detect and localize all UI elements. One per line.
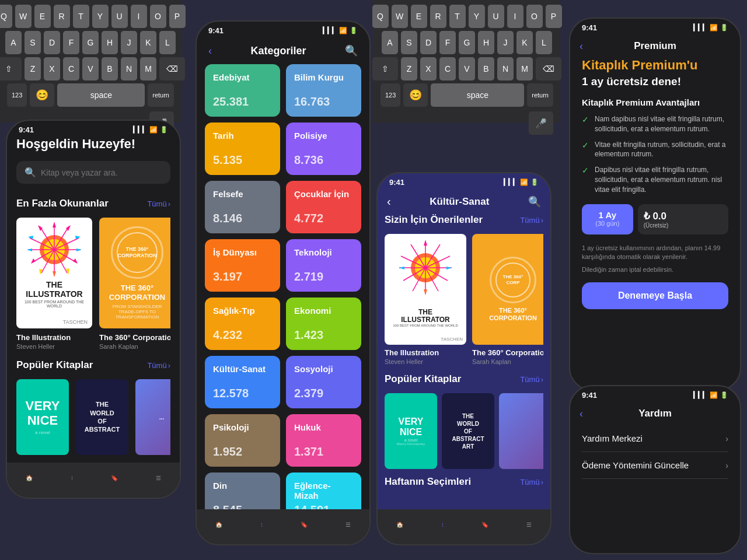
pop-book3-1[interactable]: VERYNICE a novel Marcy Dermansky (385, 393, 437, 469)
cat-card-11[interactable]: Sosyoloji 2.379 (286, 356, 361, 408)
key-x[interactable]: X (44, 57, 60, 80)
key-t[interactable]: T (73, 5, 89, 28)
nav3-explore[interactable]: ⫶ (441, 522, 444, 528)
key-h[interactable]: H (102, 31, 118, 54)
back-btn-5[interactable]: ‹ (580, 408, 583, 420)
key-z[interactable]: Z (25, 57, 41, 80)
rec-book-corp[interactable]: THE 360°CORP THE 360°CORPORATION The 360… (472, 234, 543, 365)
cat-card-6[interactable]: İş Dünyası 3.197 (205, 239, 280, 292)
key-g[interactable]: G (82, 31, 99, 54)
cat-card-2[interactable]: Tarih 5.135 (205, 123, 280, 175)
pop-book-abstract[interactable]: THEWORLDOFABSTRACT (76, 379, 128, 455)
back-btn-2[interactable]: ‹ (208, 45, 212, 57)
key2-return[interactable]: return (527, 83, 553, 107)
key-emoji[interactable]: 😊 (30, 83, 54, 107)
nav-library[interactable]: 🔖 (111, 475, 118, 481)
book-card-illustrator[interactable]: THEILLUSTRATOR 100 BEST FROM AROUND THE … (16, 218, 92, 350)
key2-t[interactable]: T (449, 5, 466, 28)
key2-e[interactable]: E (411, 5, 427, 28)
pop-book-third[interactable]: ... (135, 379, 170, 455)
key-y[interactable]: Y (92, 5, 109, 28)
key-delete[interactable]: ⌫ (159, 57, 185, 80)
search-btn-3[interactable]: 🔍 (528, 195, 541, 208)
nav-explore[interactable]: ⫶ (71, 475, 74, 481)
cat-card-3[interactable]: Polisiye 8.736 (286, 123, 361, 175)
key-r[interactable]: R (54, 5, 70, 28)
popular-see-all[interactable]: Tümü › (147, 361, 170, 370)
key-a[interactable]: A (5, 31, 22, 54)
cat-card-1[interactable]: Bilim Kurgu 16.763 (286, 64, 361, 117)
pop-book-very-nice[interactable]: VERYNICE a novel (16, 379, 69, 455)
key-l[interactable]: L (159, 31, 176, 54)
key-i[interactable]: I (131, 5, 147, 28)
most-read-see-all[interactable]: Tümü › (147, 200, 170, 208)
key-w[interactable]: W (15, 5, 32, 28)
back-btn-4[interactable]: ‹ (580, 40, 583, 52)
key-e[interactable]: E (34, 5, 51, 28)
key2-r[interactable]: R (430, 5, 446, 28)
search-bar[interactable]: 🔍 (16, 161, 170, 184)
nav2-library[interactable]: 🔖 (301, 522, 308, 528)
key-c[interactable]: C (63, 57, 79, 80)
key-q[interactable]: Q (0, 5, 12, 28)
key-f[interactable]: F (63, 31, 79, 54)
key2-x[interactable]: X (420, 57, 437, 80)
plan-price-option[interactable]: ₺ 0.0 (Ücretsiz) (638, 204, 728, 235)
cat-card-10[interactable]: Kültür-Sanat 12.578 (205, 356, 280, 408)
nav2-explore[interactable]: ⫶ (260, 522, 263, 528)
key2-m[interactable]: M (516, 57, 533, 80)
key2-k[interactable]: K (516, 31, 533, 54)
key2-s[interactable]: S (401, 31, 417, 54)
key-o[interactable]: O (150, 5, 166, 28)
key2-g[interactable]: G (459, 31, 475, 54)
key2-shift[interactable]: ⇧ (372, 57, 398, 80)
key2-c[interactable]: C (439, 57, 456, 80)
key2-emoji[interactable]: 😊 (403, 83, 428, 107)
start-trial-button[interactable]: Denemeye Başla (582, 282, 728, 309)
key2-l[interactable]: L (536, 31, 552, 54)
cat-card-8[interactable]: Sağlık-Tıp 4.232 (205, 298, 280, 350)
key2-d[interactable]: D (420, 31, 437, 54)
key2-v[interactable]: V (459, 57, 475, 80)
recommended-see-all[interactable]: Tümü › (520, 216, 543, 225)
key-v[interactable]: V (82, 57, 99, 80)
key2-space[interactable]: space (431, 83, 524, 107)
key2-j[interactable]: J (497, 31, 514, 54)
key2-n[interactable]: N (497, 57, 514, 80)
search-input[interactable] (41, 168, 162, 177)
nav3-library[interactable]: 🔖 (481, 522, 488, 528)
key-k[interactable]: K (140, 31, 156, 54)
key-b[interactable]: B (102, 57, 118, 80)
plan-1-month[interactable]: 1 Ay (30 gün) (582, 204, 633, 235)
key2-mic[interactable]: 🎤 (529, 111, 553, 135)
key-j[interactable]: J (121, 31, 137, 54)
rec-book-illustrator[interactable]: THEILLUSTRATOR 100 BEST FROM AROUND THE … (385, 234, 466, 365)
back-btn-3[interactable]: ‹ (387, 195, 391, 208)
key2-w[interactable]: W (392, 5, 408, 28)
search-btn-2[interactable]: 🔍 (345, 44, 358, 57)
cat-card-13[interactable]: Hukuk 1.371 (286, 414, 361, 467)
cat-card-4[interactable]: Felsefe 8.146 (205, 181, 280, 233)
popular-see-all-3[interactable]: Tümü › (520, 375, 543, 384)
nav3-home[interactable]: 🏠 (396, 522, 403, 528)
cat-card-7[interactable]: Teknoloji 2.719 (286, 239, 361, 292)
key2-123[interactable]: 123 (381, 83, 400, 107)
key2-a[interactable]: A (382, 31, 398, 54)
key2-o[interactable]: O (526, 5, 543, 28)
help-item-2[interactable]: Ödeme Yöntemini Güncelle › (582, 452, 728, 479)
pop-book3-3[interactable] (499, 393, 543, 469)
book-card-corporation[interactable]: THE 360°CORPORATION THE 360°CORPORATION … (99, 218, 170, 350)
key2-delete[interactable]: ⌫ (536, 57, 561, 80)
nav3-menu[interactable]: ☰ (526, 522, 532, 528)
key-n[interactable]: N (121, 57, 137, 80)
key2-b[interactable]: B (478, 57, 494, 80)
key2-q[interactable]: Q (372, 5, 389, 28)
key2-y[interactable]: Y (469, 5, 485, 28)
nav-home[interactable]: 🏠 (26, 475, 33, 481)
key-s[interactable]: S (25, 31, 41, 54)
key-m[interactable]: M (140, 57, 156, 80)
pop-book3-2[interactable]: THEWORLDOFABSTRACTART (442, 393, 494, 469)
nav2-menu[interactable]: ☰ (345, 522, 351, 528)
key2-i[interactable]: I (507, 5, 523, 28)
key-p[interactable]: P (169, 5, 186, 28)
